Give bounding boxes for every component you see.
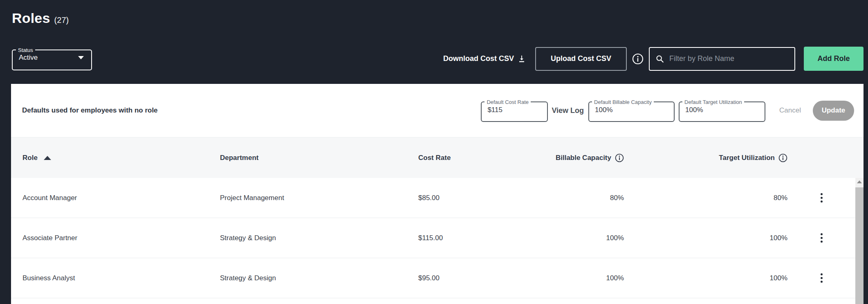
column-header-role-label: Role bbox=[22, 154, 38, 162]
row-menu-kebab-icon[interactable] bbox=[818, 191, 825, 205]
column-header-target-label: Target Utilization bbox=[719, 154, 775, 162]
roles-panel: Defaults used for employees with no role… bbox=[11, 84, 864, 304]
default-billable-capacity-label: Default Billable Capacity bbox=[592, 99, 654, 105]
cell-billable-capacity: 80% bbox=[552, 194, 624, 202]
column-header-cost-rate[interactable]: Cost Rate bbox=[418, 154, 552, 162]
cell-target-utilization: 80% bbox=[624, 194, 787, 202]
default-target-utilization-field[interactable]: Default Target Utilization 100% bbox=[679, 99, 765, 122]
sort-ascending-icon[interactable] bbox=[44, 156, 51, 160]
scroll-up-arrow-icon bbox=[857, 180, 862, 183]
cell-department: Strategy & Design bbox=[220, 274, 418, 282]
download-icon bbox=[517, 54, 526, 63]
upload-info-icon[interactable] bbox=[632, 53, 644, 65]
cell-target-utilization: 100% bbox=[624, 274, 787, 282]
top-header: Roles (27) Status Active Download Cost C… bbox=[0, 0, 868, 71]
default-billable-capacity-field[interactable]: Default Billable Capacity 100% bbox=[588, 99, 675, 122]
download-cost-csv-link[interactable]: Download Cost CSV bbox=[443, 54, 526, 63]
roles-count-badge: (27) bbox=[54, 16, 69, 25]
status-dropdown[interactable]: Status Active bbox=[12, 47, 92, 70]
cell-department: Project Management bbox=[220, 194, 418, 202]
cell-role: Business Analyst bbox=[22, 274, 220, 282]
cell-cost-rate: $85.00 bbox=[418, 194, 552, 202]
upload-cost-csv-button[interactable]: Upload Cost CSV bbox=[535, 47, 627, 71]
role-filter-search[interactable] bbox=[649, 47, 795, 71]
role-filter-input[interactable] bbox=[669, 54, 789, 63]
scrollbar[interactable] bbox=[855, 178, 864, 304]
default-target-utilization-label: Default Target Utilization bbox=[682, 99, 744, 105]
page-title: Roles bbox=[12, 10, 50, 26]
table-row[interactable]: Associate Partner Strategy & Design $115… bbox=[11, 218, 855, 258]
cell-role: Account Manager bbox=[22, 194, 220, 202]
defaults-bar: Defaults used for employees with no role… bbox=[11, 84, 864, 137]
default-billable-capacity-value: 100% bbox=[589, 105, 674, 114]
cell-role: Associate Partner bbox=[22, 234, 220, 242]
download-cost-csv-label: Download Cost CSV bbox=[443, 54, 514, 63]
table-body: Account Manager Project Management $85.0… bbox=[11, 178, 864, 298]
default-cost-rate-field[interactable]: Default Cost Rate $115 bbox=[481, 99, 548, 122]
table-row[interactable]: Business Analyst Strategy & Design $95.0… bbox=[11, 258, 855, 298]
cell-cost-rate: $95.00 bbox=[418, 274, 552, 282]
cell-target-utilization: 100% bbox=[624, 234, 787, 242]
status-dropdown-value: Active bbox=[19, 54, 38, 62]
default-cost-rate-value: $115 bbox=[482, 105, 547, 114]
update-button[interactable]: Update bbox=[813, 101, 854, 121]
billable-capacity-info-icon[interactable] bbox=[615, 153, 624, 162]
default-cost-rate-label: Default Cost Rate bbox=[484, 99, 531, 105]
column-header-role[interactable]: Role bbox=[22, 154, 220, 162]
cell-billable-capacity: 100% bbox=[552, 274, 624, 282]
view-log-link[interactable]: View Log bbox=[552, 106, 584, 115]
target-utilization-info-icon[interactable] bbox=[778, 153, 787, 162]
status-dropdown-label: Status bbox=[16, 47, 35, 53]
defaults-heading: Defaults used for employees with no role bbox=[22, 106, 158, 115]
column-header-billable-label: Billable Capacity bbox=[556, 154, 611, 162]
cell-cost-rate: $115.00 bbox=[418, 234, 552, 242]
default-target-utilization-value: 100% bbox=[680, 105, 765, 114]
add-role-button[interactable]: Add Role bbox=[804, 47, 864, 71]
cancel-button[interactable]: Cancel bbox=[779, 106, 801, 115]
scrollbar-up-button[interactable] bbox=[855, 178, 864, 185]
row-menu-kebab-icon[interactable] bbox=[818, 231, 825, 245]
cell-department: Strategy & Design bbox=[220, 234, 418, 242]
search-icon bbox=[655, 54, 664, 63]
column-header-department[interactable]: Department bbox=[220, 154, 418, 162]
table-row[interactable]: Account Manager Project Management $85.0… bbox=[11, 178, 855, 218]
scrollbar-thumb[interactable] bbox=[855, 187, 864, 304]
column-header-billable-capacity[interactable]: Billable Capacity bbox=[552, 153, 624, 162]
row-menu-kebab-icon[interactable] bbox=[818, 271, 825, 285]
column-header-target-utilization[interactable]: Target Utilization bbox=[624, 153, 787, 162]
chevron-down-icon bbox=[78, 56, 84, 59]
toolbar: Status Active Download Cost CSV Upload C… bbox=[12, 47, 864, 71]
table-header: Role Department Cost Rate Billable Capac… bbox=[11, 137, 864, 178]
cell-billable-capacity: 100% bbox=[552, 234, 624, 242]
